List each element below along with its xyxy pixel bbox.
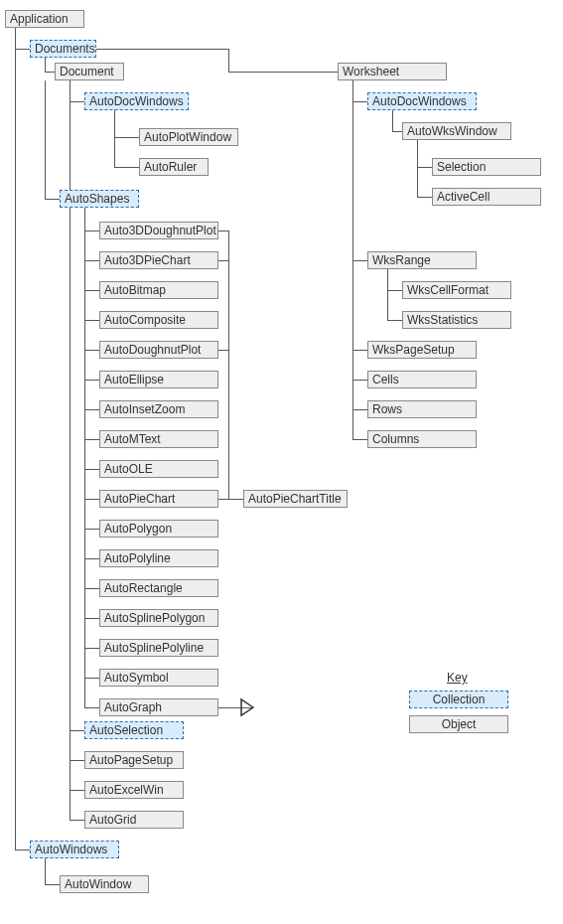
node-autowindow: AutoWindow	[60, 875, 149, 893]
node-shape-autoinset: AutoInsetZoom	[99, 400, 218, 418]
svg-marker-40	[241, 699, 253, 715]
node-autowindows: AutoWindows	[30, 841, 119, 858]
node-application: Application	[5, 10, 84, 28]
node-shape-autobitmap: AutoBitmap	[99, 281, 218, 299]
node-cells: Cells	[367, 371, 477, 388]
node-shape-autosplinepolygon: AutoSplinePolygon	[99, 609, 218, 627]
node-shape-autosymbol: AutoSymbol	[99, 669, 218, 687]
node-rows: Rows	[367, 400, 477, 418]
node-wkspagesetup: WksPageSetup	[367, 341, 477, 359]
key-title: Key	[447, 671, 468, 685]
node-shape-autopolyline: AutoPolyline	[99, 549, 218, 567]
node-columns: Columns	[367, 430, 477, 448]
key-object: Object	[409, 715, 508, 733]
node-activecell: ActiveCell	[432, 188, 541, 206]
node-autowkswindow: AutoWksWindow	[402, 122, 511, 140]
node-autodocwindows-2: AutoDocWindows	[367, 92, 477, 110]
node-autoshapes: AutoShapes	[60, 190, 139, 208]
node-selection: Selection	[432, 158, 541, 176]
node-documents: Documents	[30, 40, 96, 58]
node-document: Document	[55, 63, 124, 80]
node-wksrange: WksRange	[367, 251, 477, 269]
node-autoplotwindow: AutoPlotWindow	[139, 128, 238, 146]
node-shape-auto3ddoughnut: Auto3DDoughnutPlot	[99, 222, 218, 239]
node-autodocwindows-1: AutoDocWindows	[84, 92, 189, 110]
node-wkscellformat: WksCellFormat	[402, 281, 511, 299]
node-autopagesetup: AutoPageSetup	[84, 751, 184, 769]
key-collection: Collection	[409, 691, 508, 708]
node-shape-automtext: AutoMText	[99, 430, 218, 448]
node-wksstatistics: WksStatistics	[402, 311, 511, 329]
node-shape-autopie: AutoPieChart	[99, 490, 218, 508]
node-shape-autodoughnut: AutoDoughnutPlot	[99, 341, 218, 359]
node-autogrid: AutoGrid	[84, 811, 184, 829]
node-shape-autoellipse: AutoEllipse	[99, 371, 218, 388]
node-shape-autosplinepolyline: AutoSplinePolyline	[99, 639, 218, 657]
node-autoselection: AutoSelection	[84, 721, 184, 739]
node-shape-autocomposite: AutoComposite	[99, 311, 218, 329]
node-autoexcelwin: AutoExcelWin	[84, 781, 184, 799]
node-worksheet: Worksheet	[338, 63, 447, 80]
node-shape-autorect: AutoRectangle	[99, 579, 218, 597]
node-shape-autopolygon: AutoPolygon	[99, 520, 218, 538]
node-shape-autograph: AutoGraph	[99, 698, 218, 716]
node-autoruler: AutoRuler	[139, 158, 209, 176]
node-shape-auto3dpie: Auto3DPieChart	[99, 251, 218, 269]
node-shape-autoole: AutoOLE	[99, 460, 218, 478]
node-autopiecharttitle: AutoPieChartTitle	[243, 490, 348, 508]
